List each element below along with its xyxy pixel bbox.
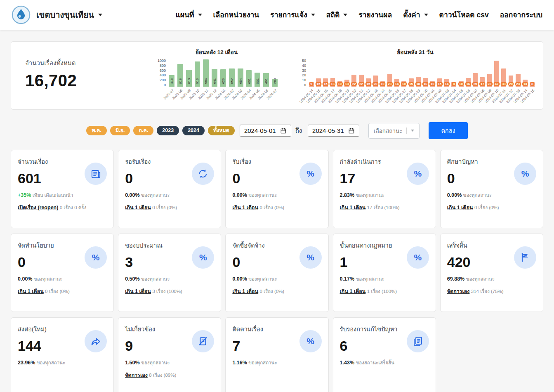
district-selector[interactable]: เขตบางขุนเทียน bbox=[36, 8, 102, 21]
bar-value-label: 17 bbox=[479, 82, 486, 86]
nav-item-label: รายงานผล bbox=[358, 9, 392, 21]
card-stat-line: 0.00% ของทุกสถานะ bbox=[447, 191, 536, 199]
chevron-down-icon bbox=[411, 130, 414, 132]
card-title: จำนวนเรื่อง bbox=[18, 157, 48, 166]
select-divider bbox=[406, 128, 407, 134]
card-stat-suffix: ของทุกสถานะ bbox=[34, 276, 62, 281]
year-pill-group: 20232024 bbox=[157, 126, 205, 136]
bar-value-label: 416 bbox=[170, 78, 173, 84]
status-card-12: ไม่เกี่ยวข้อง 9 1.50% ของทุกสถานะ จัดการ… bbox=[118, 317, 221, 392]
status-card-4: กำลังดำเนินการ 17 % 2.83% ของทุกสถานะ เก… bbox=[333, 150, 436, 228]
year-filter-pill-2023[interactable]: 2023 bbox=[157, 126, 179, 136]
card-stat-value: 0.00% bbox=[232, 276, 247, 282]
nav-item-8[interactable]: ออกจากระบบ bbox=[500, 9, 542, 21]
nav-menu: แผนที่เลือกหน่วยงานรายการแจ้งสถิติรายงาน… bbox=[176, 9, 542, 21]
status-card-9: ขั้นตอนทางกฎหมาย 1 % 0.17% ของทุกสถานะ เ… bbox=[333, 234, 436, 312]
card-link[interactable]: เกิน 1 เดือน bbox=[340, 205, 366, 210]
bar: 15 bbox=[365, 59, 371, 87]
status-card-13: ติดตามเรื่อง 7 % 1.16% ของทุกสถานะ bbox=[225, 317, 328, 392]
calendar-icon[interactable] bbox=[348, 128, 355, 134]
nav-item-7[interactable]: ดาวน์โหลด csv bbox=[439, 9, 489, 21]
nav-item-label: สถิติ bbox=[326, 9, 340, 21]
card-link[interactable]: เกิน 1 เดือน bbox=[125, 288, 151, 294]
bar: 20 bbox=[508, 59, 514, 87]
card-link[interactable]: เปิดเรื่อง (reopen) bbox=[18, 205, 58, 210]
bar-value-label: 818 bbox=[178, 78, 182, 84]
card-title: ขั้นตอนทางกฎหมาย bbox=[340, 241, 392, 250]
card-link[interactable]: จัดการเอง bbox=[447, 288, 470, 294]
card-stat-suffix: ของทุกสถานะ bbox=[356, 193, 384, 198]
bar: 652 bbox=[228, 59, 236, 87]
bar-value-label: 601 bbox=[247, 78, 251, 84]
date-range-to-label: ถึง bbox=[295, 126, 302, 136]
nav-item-2[interactable]: เลือกหน่วยงาน bbox=[213, 9, 259, 21]
percent-icon: % bbox=[299, 246, 322, 269]
card-link-suffix: 0 เรื่อง (0%) bbox=[259, 205, 284, 210]
card-stat-line: +35% เทียบ เดือนก่อนหน้า bbox=[18, 191, 107, 199]
nav-item-5[interactable]: รายงานผล bbox=[358, 9, 392, 21]
bar-value-label: 15 bbox=[315, 82, 321, 86]
percent-icon: % bbox=[299, 163, 322, 185]
monthly-bar-chart: ย้อนหลัง 12 เดือน 10008006004002000 4168… bbox=[155, 47, 278, 107]
month-filter-pill-3[interactable]: ก.ค. bbox=[133, 126, 153, 136]
bar-value-label: 10 bbox=[458, 82, 464, 86]
bar-value-label: 984 bbox=[204, 78, 208, 84]
bar: 10 bbox=[380, 59, 386, 87]
card-link[interactable]: เกิน 1 เดือน bbox=[125, 205, 151, 210]
bar: 9 bbox=[308, 59, 314, 87]
card-link[interactable]: เกิน 1 เดือน bbox=[232, 288, 258, 294]
card-stat-value: 0.00% bbox=[18, 276, 32, 282]
month-filter-pill-2[interactable]: มิ.ย. bbox=[110, 126, 130, 136]
filter-bar: พ.ค.มิ.ย.ก.ค. 20232024 ทั้งหมด 2024-05-0… bbox=[11, 122, 543, 139]
y-tick-label: 20 bbox=[302, 73, 306, 77]
card-link[interactable]: เกิน 1 เดือน bbox=[447, 205, 473, 210]
card-stat-line: 1.50% ของทุกสถานะ bbox=[125, 359, 214, 366]
card-title: ส่งต่อ(ใหม่) bbox=[18, 324, 47, 334]
date-to-input[interactable]: 2024-05-31 bbox=[308, 125, 359, 137]
card-link[interactable]: เกิน 1 เดือน bbox=[18, 288, 44, 294]
app-logo-icon[interactable] bbox=[12, 5, 31, 24]
bar-value-label: 10 bbox=[401, 82, 407, 86]
card-link[interactable]: เกิน 1 เดือน bbox=[232, 205, 258, 210]
card-title: กำลังดำเนินการ bbox=[340, 157, 381, 166]
bar: 25 bbox=[472, 59, 478, 87]
calendar-icon[interactable] bbox=[280, 128, 287, 134]
card-title: จัดซื้อจัดจ้าง bbox=[232, 241, 264, 250]
bar: 501 bbox=[254, 59, 261, 87]
date-from-input[interactable]: 2024-05-01 bbox=[240, 125, 291, 137]
monthly-chart-title: ย้อนหลัง 12 เดือน bbox=[155, 47, 278, 57]
bar: 17 bbox=[479, 59, 486, 87]
bar-value-label: 20 bbox=[372, 82, 379, 86]
status-select[interactable]: เลือกสถานะ bbox=[368, 123, 420, 139]
nav-item-4[interactable]: สถิติ bbox=[326, 9, 348, 21]
card-value: 0 bbox=[125, 170, 151, 187]
card-title: ไม่เกี่ยวข้อง bbox=[125, 324, 155, 334]
card-stat-suffix: ของทุกสถานะ bbox=[37, 360, 65, 365]
date-from-value: 2024-05-01 bbox=[244, 127, 276, 134]
bar: 601 bbox=[245, 59, 253, 87]
month-filter-pill-1[interactable]: พ.ค. bbox=[86, 126, 107, 136]
nav-item-3[interactable]: รายการแจ้ง bbox=[270, 9, 315, 21]
bar: 20 bbox=[372, 59, 379, 87]
bar-value-label: 623 bbox=[221, 78, 225, 84]
refresh-icon bbox=[192, 163, 214, 185]
year-filter-pill-2024[interactable]: 2024 bbox=[182, 126, 205, 136]
card-link[interactable]: จัดการเอง bbox=[125, 372, 148, 378]
bar-value-label: 610 bbox=[187, 78, 191, 84]
all-filter-pill[interactable]: ทั้งหมด bbox=[208, 126, 235, 136]
percent-icon: % bbox=[299, 330, 322, 352]
card-title: รอรับเรื่อง bbox=[125, 157, 151, 166]
card-link-suffix: 1 เรื่อง (100%) bbox=[367, 289, 397, 294]
y-tick-label: 0 bbox=[304, 83, 306, 87]
bar: 10 bbox=[458, 59, 464, 87]
submit-button[interactable]: ตกลง bbox=[429, 122, 467, 139]
bar: 623 bbox=[219, 59, 227, 87]
nav-item-label: ตั้งค่า bbox=[403, 9, 420, 21]
card-link[interactable]: เกิน 1 เดือน bbox=[340, 288, 366, 294]
nav-item-1[interactable]: แผนที่ bbox=[176, 9, 202, 21]
flag-icon bbox=[514, 246, 536, 269]
card-value: 420 bbox=[447, 254, 471, 270]
card-link-suffix: 314 เรื่อง (75%) bbox=[471, 289, 504, 294]
nav-item-6[interactable]: ตั้งค่า bbox=[403, 9, 428, 21]
bar: 14 bbox=[394, 59, 400, 87]
